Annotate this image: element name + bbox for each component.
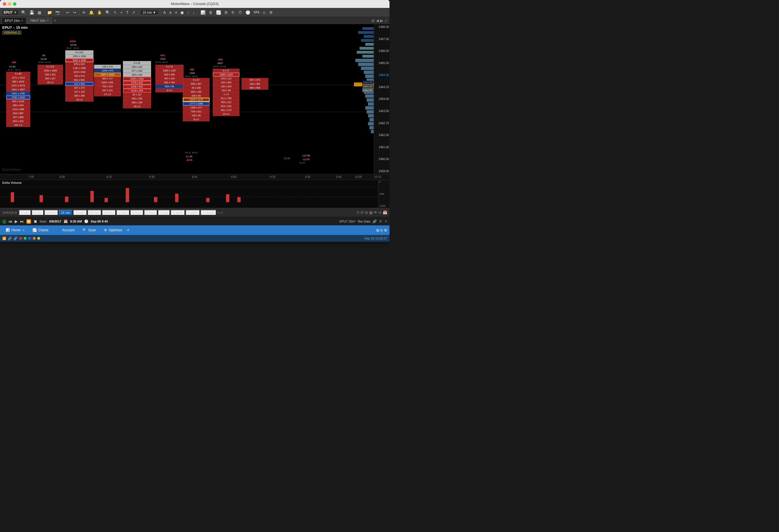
pb-link-icon[interactable]: 🔗 [372,219,377,223]
camera-icon[interactable]: 📷 [54,10,61,15]
tf-more[interactable]: >> 1 [217,211,223,214]
tf-list-icon[interactable]: ☰ [360,210,364,215]
tf-1month[interactable]: 1 month [200,210,216,215]
pb-power-icon[interactable]: ⏻ [2,219,6,224]
app-tab-add[interactable]: + [127,227,130,233]
symbol-selector[interactable]: EPU7 ▼ [2,10,19,15]
tf-1min[interactable]: 1 min [19,210,31,215]
app-tab-home[interactable]: 📊 Home ✕ [2,227,28,233]
bar-chart-icon[interactable]: 📊 [199,10,206,15]
app-tab-scan[interactable]: 🔍 Scan [79,227,100,233]
delta-scale-mid: -889 [379,193,389,195]
tf-2week[interactable]: 2 week [186,210,200,215]
wifi-icon: 📶 [2,237,6,240]
tab-ymu7-close[interactable]: ✕ [47,19,49,22]
tab-epu7-close[interactable]: ✕ [21,19,23,22]
pb-settings-icon[interactable]: ⚙ [379,219,382,223]
pb-cal-icon[interactable]: 📅 [64,219,68,223]
indicator-icon[interactable]: 📈 [215,10,222,15]
search-icon[interactable]: 🔍 [20,10,27,15]
monitor-icon[interactable]: 🖥 [207,10,214,15]
crosshair-icon[interactable]: ✛ [81,10,87,15]
zoom-out-icon[interactable]: 🔍 [104,10,111,15]
tf-15min[interactable]: 15 min [59,210,73,215]
undo-icon[interactable]: ↩ [65,10,71,15]
tab-ymu7[interactable]: YMU7 15m ✕ [27,17,52,24]
down-arrow-icon[interactable]: ↓ [191,10,196,15]
main-chart[interactable]: EPU7 – 15 min VI(Bid/Ask,1) MotiveWave -… [0,24,390,174]
app-tab-account-label: Account [62,228,74,232]
timeframe-selector[interactable]: 15 min ▼ [140,10,159,15]
refresh-icon[interactable]: ↻ [230,10,236,15]
tab-nav-screenshot[interactable]: ⊞ [371,18,375,23]
font-small-icon[interactable]: a [168,10,173,15]
app-tab-optimize[interactable]: ⚙ Optimize [101,227,125,233]
pb-play-icon[interactable]: ▶ [15,219,18,224]
clock-icon[interactable]: 🕐 [244,10,251,15]
pb-start-icon[interactable]: ⏮ [8,219,12,224]
range-label-2: 49.85 50.15 [38,61,51,64]
tab-nav-expand[interactable]: ⤢ [384,18,388,23]
maximize-button[interactable] [13,2,16,6]
text-icon[interactable]: T [125,10,130,15]
pb-step-icon[interactable]: ⏭ [20,219,24,224]
tf-45min[interactable]: 45 min [102,210,116,215]
alert-icon[interactable]: 🔔 [88,10,95,15]
settings-icon[interactable]: ⚙ [223,10,229,15]
color-icon[interactable]: ◼ [179,10,185,15]
app-tab-home-close[interactable]: ✕ [22,229,24,232]
up-arrow-icon[interactable]: ↑ [186,10,190,15]
redo-icon[interactable]: ↪ [72,10,77,15]
tf-20min[interactable]: 20 min [73,210,87,215]
history-icon[interactable]: ⏱ [237,10,243,15]
tf-5min[interactable]: 5 min [32,210,44,215]
hand-icon[interactable]: ✋ [96,10,103,15]
pointer-icon[interactable]: ↖ [112,10,118,15]
delta-label-10: -12.8K [302,158,310,161]
pb-stop-icon[interactable]: ⏹ [33,219,37,224]
tf-1week[interactable]: 1 week [171,210,185,215]
tf-2hour[interactable]: 2 hour [130,210,143,215]
app-copy-icon[interactable]: ⎘ [380,228,383,232]
line-style-icon[interactable]: ≡ [174,10,178,15]
app-tab-charts[interactable]: 📈 Charts [29,227,52,233]
tf-30min[interactable]: 30 min [87,210,102,215]
app-layout-icon[interactable]: ⊞ [376,228,379,232]
diamond-icon[interactable]: ◇ [261,10,267,15]
tf-10min[interactable]: 10 min [44,210,58,215]
save-icon[interactable]: 💾 [28,10,35,15]
tf-bar-icon[interactable]: ▦ [369,210,372,215]
tab-add-button[interactable]: + [53,18,57,23]
tf-grid-icon[interactable]: ⊞ [365,210,368,215]
folder-icon[interactable]: 📁 [46,10,53,15]
tf-1day[interactable]: 1 day [158,210,170,215]
pb-clock-icon[interactable]: 🕐 [84,219,88,223]
tf-link-icon[interactable]: ⇔ [378,210,381,215]
minimize-button[interactable] [8,2,11,6]
delta-bar-7 [154,197,157,202]
tab-nav-right[interactable]: ▶ [380,18,383,23]
line-icon[interactable]: ↗ [131,10,136,15]
plus-icon[interactable]: + [119,10,124,15]
symbol-text: EPU7 [4,10,12,14]
grid-icon[interactable]: ▦ [37,10,42,15]
close-button[interactable] [3,2,6,6]
gear-icon[interactable]: ⚙ [268,10,274,15]
indicator-badge: VI(Bid/Ask,1) [2,30,21,35]
pb-fast-forward-icon[interactable]: ⏩ [26,219,31,224]
tf-1hour[interactable]: 1 hour [116,210,130,215]
app-settings-icon[interactable]: ⚙ [384,228,387,232]
tf-right-controls: ⎘ ☰ ⊞ ▦ 👁 ⇔ 📅 [357,210,387,215]
vol-label-10: 110.5K [302,154,310,157]
tf-6hour[interactable]: 6 hour [144,210,157,215]
delta-volume-panel[interactable]: Delta Volume ↑ ✕ 0 -889 -2000 [0,180,390,208]
tab-nav-left[interactable]: ◀ [376,18,379,23]
tf-copy-icon[interactable]: ⎘ [357,210,359,215]
pb-close-icon[interactable]: ✕ [384,219,387,223]
symbol-dropdown-icon[interactable]: ▼ [13,10,17,14]
app-tab-account[interactable]: 👤 Account [53,227,78,233]
font-icon[interactable]: A [162,10,167,15]
tab-epu7[interactable]: EPU7 15m ✕ [2,17,26,24]
tf-eye-icon[interactable]: 👁 [374,210,377,215]
tf-calendar-icon[interactable]: 📅 [383,210,387,215]
